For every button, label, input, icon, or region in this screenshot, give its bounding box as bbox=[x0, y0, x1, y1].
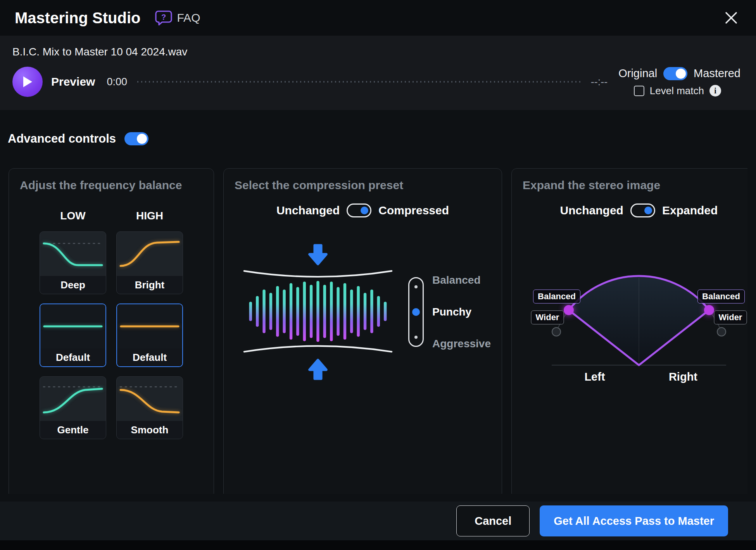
balanced-chip-right: Balanced bbox=[697, 290, 745, 303]
stereo-handle-right[interactable] bbox=[704, 305, 714, 315]
card-label: Default bbox=[40, 348, 105, 366]
flat-curve-icon bbox=[117, 304, 182, 348]
compression-panel-title: Select the compression preset bbox=[235, 179, 491, 192]
waveform-bars bbox=[249, 281, 387, 342]
frequency-panel-title: Adjust the frequency balance bbox=[20, 179, 203, 192]
advanced-controls-label: Advanced controls bbox=[8, 132, 116, 146]
right-channel-label: Right bbox=[669, 371, 697, 383]
info-icon[interactable]: i bbox=[709, 85, 721, 97]
smooth-curve-icon bbox=[117, 377, 183, 421]
stereo-fan-illustration: Balanced Wider Balanced Wider Left Right bbox=[523, 231, 747, 386]
high-column-header: HIGH bbox=[116, 210, 183, 222]
arrow-up-icon bbox=[310, 360, 326, 379]
compression-panel: Select the compression preset Unchanged … bbox=[223, 168, 502, 494]
compression-amount-slider[interactable] bbox=[408, 277, 424, 347]
slider-handle[interactable] bbox=[412, 308, 420, 316]
bright-curve-icon bbox=[117, 232, 183, 276]
close-button[interactable] bbox=[721, 8, 741, 28]
advanced-controls-row: Advanced controls bbox=[0, 110, 756, 146]
flat-curve-icon bbox=[40, 304, 105, 348]
compression-toggle[interactable] bbox=[347, 203, 371, 217]
audio-filename: B.I.C. Mix to Master 10 04 2024.wav bbox=[12, 46, 740, 58]
seek-bar[interactable] bbox=[137, 81, 581, 83]
panels-container: Adjust the frequency balance LOW HIGH De… bbox=[9, 168, 747, 494]
footer-bar: Cancel Get All Access Pass to Master bbox=[0, 502, 756, 540]
unchanged-label: Unchanged bbox=[560, 204, 623, 217]
preset-card-gentle[interactable]: Gentle bbox=[40, 376, 106, 439]
close-icon bbox=[725, 11, 738, 24]
card-label: Smooth bbox=[117, 421, 183, 439]
stereo-range-dot-left bbox=[552, 328, 561, 336]
card-label: Gentle bbox=[40, 421, 106, 439]
preview-label: Preview bbox=[51, 75, 95, 88]
level-match-label: Level match bbox=[650, 85, 704, 97]
compression-waveform-illustration bbox=[235, 241, 401, 383]
level-match-checkbox[interactable] bbox=[634, 86, 644, 96]
bottom-strip bbox=[0, 540, 756, 550]
stereo-panel-title: Expand the stereo image bbox=[523, 179, 747, 192]
unchanged-label: Unchanged bbox=[276, 204, 340, 217]
current-time: 0:00 bbox=[107, 76, 127, 88]
arrow-down-icon bbox=[310, 245, 326, 264]
cancel-button[interactable]: Cancel bbox=[456, 505, 530, 536]
compressed-label: Compressed bbox=[378, 204, 449, 217]
preset-card-deep[interactable]: Deep bbox=[40, 231, 106, 294]
preview-section: B.I.C. Mix to Master 10 04 2024.wav Prev… bbox=[0, 36, 756, 110]
play-icon bbox=[22, 76, 33, 88]
advanced-controls-toggle[interactable] bbox=[124, 132, 148, 145]
balanced-chip-left: Balanced bbox=[533, 290, 580, 303]
original-label: Original bbox=[618, 67, 657, 80]
wider-chip-right: Wider bbox=[714, 310, 747, 324]
stereo-handle-left[interactable] bbox=[564, 305, 574, 315]
left-channel-label: Left bbox=[584, 371, 605, 383]
deep-curve-icon bbox=[40, 232, 106, 276]
preset-aggressive[interactable]: Aggressive bbox=[432, 338, 491, 350]
faq-link[interactable]: ? FAQ bbox=[155, 10, 200, 26]
svg-text:?: ? bbox=[161, 13, 166, 21]
preset-card-bright[interactable]: Bright bbox=[116, 231, 183, 294]
question-bubble-icon: ? bbox=[155, 10, 172, 26]
faq-label: FAQ bbox=[177, 11, 200, 24]
original-mastered-toggle[interactable] bbox=[663, 67, 687, 80]
slider-stop-balanced[interactable] bbox=[414, 285, 418, 288]
stereo-range-dot-right bbox=[717, 328, 726, 336]
preset-punchy[interactable]: Punchy bbox=[432, 306, 491, 318]
slider-stop-aggressive[interactable] bbox=[414, 336, 418, 339]
duration: --:-- bbox=[591, 76, 608, 88]
wider-chip-left: Wider bbox=[531, 310, 564, 324]
mastered-label: Mastered bbox=[694, 67, 740, 80]
preset-card-default-low[interactable]: Default bbox=[40, 303, 106, 367]
play-button[interactable] bbox=[12, 67, 43, 97]
page-title: Mastering Studio bbox=[15, 9, 140, 27]
card-label: Deep bbox=[40, 276, 106, 294]
stereo-toggle[interactable] bbox=[630, 203, 655, 217]
gentle-curve-icon bbox=[40, 377, 106, 421]
low-column-header: LOW bbox=[40, 210, 106, 222]
header: Mastering Studio ? FAQ bbox=[0, 0, 756, 36]
card-label: Default bbox=[117, 348, 182, 366]
preset-card-smooth[interactable]: Smooth bbox=[116, 376, 183, 439]
frequency-balance-panel: Adjust the frequency balance LOW HIGH De… bbox=[9, 168, 214, 494]
card-label: Bright bbox=[117, 276, 183, 294]
preset-balanced[interactable]: Balanced bbox=[432, 274, 491, 286]
get-all-access-pass-button[interactable]: Get All Access Pass to Master bbox=[540, 505, 728, 536]
preset-card-default-high[interactable]: Default bbox=[116, 303, 183, 367]
stereo-image-panel: Expand the stereo image Unchanged Expand… bbox=[511, 168, 747, 494]
expanded-label: Expanded bbox=[662, 204, 718, 217]
